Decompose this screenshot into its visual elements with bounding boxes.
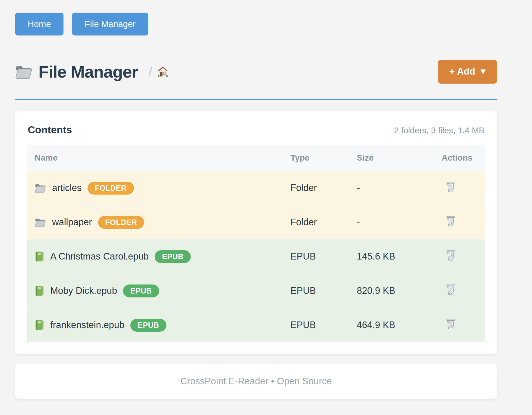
epub-badge: EPUB [130,319,166,332]
chevron-down-icon: ▼ [481,68,486,75]
file-name: A Christmas Carol.epub [50,251,149,262]
type-cell: Folder [290,171,357,205]
breadcrumb: / [149,65,169,78]
table-row-a-christmas-carol[interactable]: A Christmas Carol.epub EPUB EPUB 145.6 K… [27,239,485,274]
add-button-label: + Add [449,66,475,77]
add-button[interactable]: + Add ▼ [438,60,497,84]
size-cell: 145.6 KB [357,239,442,274]
size-cell: 820.9 KB [357,274,442,308]
page-header: File Manager / + Add ▼ [15,57,497,87]
table-header-row: Name Type Size Actions [27,145,485,171]
green-book-icon [35,251,44,262]
size-cell: 464.9 KB [357,308,442,342]
column-header-size: Size [357,145,442,171]
page-title-group: File Manager / [15,62,169,81]
file-name: Moby Dick.epub [50,285,117,296]
trash-icon [446,318,456,330]
green-book-icon [35,320,44,330]
contents-summary: 2 folders, 3 files, 1.4 MB [394,126,484,135]
type-cell: EPUB [290,308,357,342]
table-row-moby-dick[interactable]: Moby Dick.epub EPUB EPUB 820.9 KB [27,274,485,308]
folder-icon [35,217,46,227]
house-icon[interactable] [157,66,169,77]
trash-icon [446,181,456,192]
footer-text: CrossPoint E-Reader • Open Source [180,376,332,387]
footer: CrossPoint E-Reader • Open Source [15,364,497,399]
trash-icon [446,250,456,261]
page-container: Home File Manager File Manager / + Add ▼… [15,0,497,399]
column-header-name: Name [27,145,290,171]
nav-home-button[interactable]: Home [15,13,63,35]
trash-icon [446,215,456,227]
file-name: wallpaper [52,217,92,228]
type-cell: EPUB [290,239,357,274]
folder-badge: FOLDER [98,216,144,229]
file-name: frankenstein.epub [50,320,124,330]
size-cell: - [357,205,442,239]
contents-card: Contents 2 folders, 3 files, 1.4 MB Name… [15,111,497,354]
epub-badge: EPUB [155,250,190,263]
type-cell: EPUB [290,274,357,308]
table-row-wallpaper[interactable]: wallpaper FOLDER Folder - [27,205,485,239]
folder-icon [35,183,46,193]
delete-button[interactable] [446,318,456,330]
table-row-articles[interactable]: articles FOLDER Folder - [27,171,485,205]
top-nav: Home File Manager [15,13,497,35]
delete-button[interactable] [446,250,456,261]
file-name: articles [52,183,82,193]
contents-title: Contents [28,124,72,136]
open-folder-icon [15,64,32,79]
file-table: Name Type Size Actions articles FOLDER [27,145,485,342]
size-cell: - [357,171,442,205]
column-header-type: Type [290,145,357,171]
contents-card-header: Contents 2 folders, 3 files, 1.4 MB [27,123,485,136]
nav-file-manager-button[interactable]: File Manager [72,13,148,35]
delete-button[interactable] [446,181,456,192]
column-header-actions: Actions [441,145,485,171]
folder-badge: FOLDER [88,182,134,195]
green-book-icon [35,285,44,296]
epub-badge: EPUB [123,284,159,297]
breadcrumb-separator: / [149,65,152,78]
delete-button[interactable] [446,215,456,227]
type-cell: Folder [290,205,357,239]
page-title: File Manager [39,62,138,81]
table-row-frankenstein[interactable]: frankenstein.epub EPUB EPUB 464.9 KB [27,308,485,342]
title-divider [15,99,497,100]
delete-button[interactable] [446,284,456,295]
trash-icon [446,284,456,295]
